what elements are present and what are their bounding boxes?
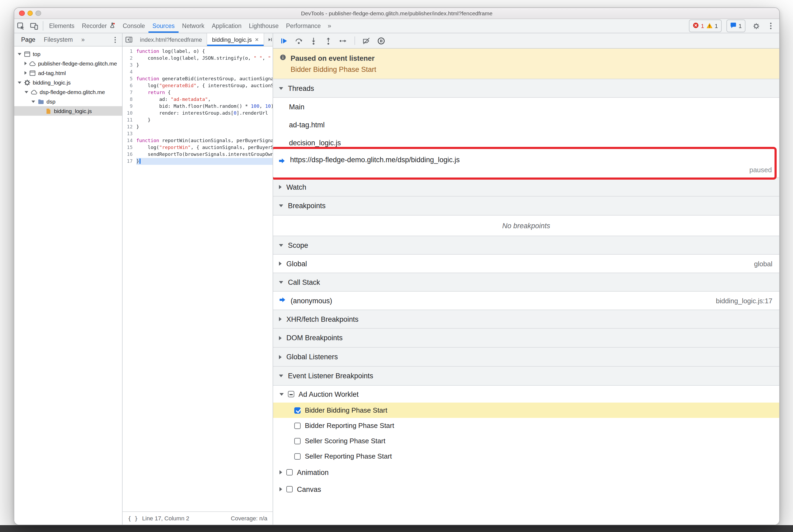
info-icon	[280, 54, 286, 62]
script-file-icon	[45, 108, 52, 114]
elb-item-bidder-bidding[interactable]: Bidder Bidding Phase Start	[273, 403, 779, 418]
navigator-pane: Page Filesystem » top	[14, 33, 122, 525]
step-into-icon[interactable]	[309, 37, 318, 45]
tab-bidding-logic-js[interactable]: bidding_logic.js ×	[207, 33, 264, 46]
chevron-right-icon	[279, 336, 282, 340]
section-header-global-listeners[interactable]: Global Listeners	[273, 348, 779, 367]
chevron-right-icon[interactable]	[24, 61, 27, 65]
tab-network[interactable]: Network	[178, 19, 208, 33]
chevron-right-icon[interactable]	[280, 470, 282, 474]
tree-item-top[interactable]: top	[14, 49, 122, 59]
section-header-dom-breakpoints[interactable]: DOM Breakpoints	[273, 329, 779, 348]
unchecked-checkbox[interactable]	[294, 438, 301, 444]
tab-page[interactable]: Page	[17, 36, 39, 43]
overflow-tabs-icon[interactable]: »	[324, 19, 334, 33]
thread-main[interactable]: Main	[273, 98, 779, 116]
navigator-menu-icon[interactable]	[112, 36, 119, 43]
tab-elements[interactable]: Elements	[45, 19, 78, 33]
pretty-print-icon[interactable]: { }	[128, 515, 138, 521]
tab-index-html[interactable]: index.html?fencedframe	[135, 33, 207, 46]
indeterminate-checkbox[interactable]	[288, 391, 294, 397]
scope-global-row[interactable]: Global global	[273, 255, 779, 272]
step-over-icon[interactable]	[295, 37, 303, 45]
editor-status-bar: { } Line 17, Column 2 Coverage: n/a	[122, 511, 272, 525]
scope-global-value: global	[754, 260, 772, 268]
issues-badge[interactable]: 1	[726, 20, 745, 32]
code-editor[interactable]: 1function log(label, o) {2 console.log(l…	[122, 46, 272, 511]
chevron-down-icon[interactable]	[32, 100, 35, 103]
tab-application[interactable]: Application	[208, 19, 245, 33]
tab-performance[interactable]: Performance	[282, 19, 325, 33]
section-header-breakpoints[interactable]: Breakpoints	[273, 196, 779, 215]
zoom-window-button[interactable]	[35, 11, 41, 16]
elb-group-ad-auction-worklet[interactable]: Ad Auction Worklet	[273, 386, 779, 403]
chevron-right-icon	[279, 317, 282, 321]
tab-console[interactable]: Console	[119, 19, 149, 33]
settings-gear-icon[interactable]	[750, 22, 762, 29]
chevron-down-icon[interactable]	[18, 81, 21, 84]
minimize-window-button[interactable]	[27, 11, 33, 16]
warning-count: 1	[715, 23, 718, 29]
background-strip	[0, 525, 793, 532]
elb-item-seller-reporting[interactable]: Seller Reporting Phase Start	[273, 449, 779, 464]
chevron-down-icon[interactable]	[24, 91, 28, 93]
execution-arrow-icon	[279, 157, 285, 166]
more-nav-tabs-icon[interactable]: »	[78, 36, 89, 43]
section-header-threads[interactable]: Threads	[273, 79, 779, 98]
inspect-icon[interactable]	[14, 19, 27, 33]
step-out-icon[interactable]	[324, 37, 332, 45]
tab-lighthouse[interactable]: Lighthouse	[245, 19, 282, 33]
error-icon	[692, 21, 699, 31]
editor-tabbar: index.html?fencedframe bidding_logic.js …	[122, 33, 272, 46]
elb-item-bidder-reporting[interactable]: Bidder Reporting Phase Start	[273, 418, 779, 433]
elb-group-canvas[interactable]: Canvas	[273, 481, 779, 498]
unchecked-checkbox[interactable]	[286, 469, 293, 475]
section-header-scope[interactable]: Scope	[273, 235, 779, 255]
tree-item-dsp-folder[interactable]: dsp	[14, 97, 122, 106]
thread-current[interactable]: https://dsp-fledge-demo.glitch.me/dsp/bi…	[273, 152, 779, 177]
errors-warnings-badge[interactable]: 1 1	[689, 20, 722, 32]
unchecked-checkbox[interactable]	[294, 422, 301, 429]
chevron-right-icon[interactable]	[24, 71, 27, 75]
chevron-right-icon[interactable]	[279, 262, 282, 266]
issue-count: 1	[739, 23, 742, 29]
section-header-call-stack[interactable]: Call Stack	[273, 272, 779, 292]
tree-item-worklet[interactable]: bidding_logic.js	[14, 78, 122, 87]
deactivate-breakpoints-icon[interactable]	[362, 37, 370, 45]
toggle-navigator-icon[interactable]	[122, 33, 135, 46]
tree-item-ad-tag[interactable]: ad-tag.html	[14, 68, 122, 78]
tab-sources[interactable]: Sources	[149, 19, 178, 33]
file-tree: top publisher-fledge-demo.glitch.me ad-t…	[14, 46, 122, 525]
cloud-icon	[31, 89, 38, 95]
paused-banner: Paused on event listener Bidder Bidding …	[273, 49, 779, 79]
step-icon[interactable]	[339, 37, 347, 45]
chevron-right-icon[interactable]	[280, 487, 282, 491]
call-stack-frame[interactable]: (anonymous) bidding_logic.js:17	[273, 292, 779, 309]
more-menu-icon[interactable]	[767, 22, 775, 30]
elb-item-seller-scoring[interactable]: Seller Scoring Phase Start	[273, 433, 779, 449]
section-header-xhr-breakpoints[interactable]: XHR/fetch Breakpoints	[273, 309, 779, 329]
close-window-button[interactable]	[19, 11, 24, 16]
tree-item-bidding-logic[interactable]: bidding_logic.js	[14, 106, 122, 116]
tree-item-dsp-origin[interactable]: dsp-fledge-demo.glitch.me	[14, 87, 122, 97]
tab-filesystem[interactable]: Filesystem	[40, 36, 77, 43]
checked-checkbox[interactable]	[294, 407, 301, 413]
close-tab-icon[interactable]: ×	[255, 36, 259, 43]
section-header-watch[interactable]: Watch	[273, 177, 779, 196]
unchecked-checkbox[interactable]	[286, 486, 293, 492]
warning-icon	[706, 21, 713, 31]
thread-ad-tag[interactable]: ad-tag.html	[273, 116, 779, 134]
pause-on-exceptions-icon[interactable]	[377, 37, 385, 45]
unchecked-checkbox[interactable]	[294, 453, 301, 459]
thread-decision-logic[interactable]: decision_logic.js	[273, 134, 779, 152]
elb-group-animation[interactable]: Animation	[273, 464, 779, 481]
device-toolbar-icon[interactable]	[27, 19, 41, 33]
tab-recorder[interactable]: Recorder	[78, 19, 119, 33]
chevron-right-icon	[279, 355, 282, 359]
resume-icon[interactable]	[280, 37, 288, 45]
chevron-down-icon	[279, 375, 283, 377]
section-header-event-listener-breakpoints[interactable]: Event Listener Breakpoints	[273, 367, 779, 386]
tree-item-publisher-origin[interactable]: publisher-fledge-demo.glitch.me	[14, 59, 122, 68]
chevron-down-icon[interactable]	[18, 53, 21, 55]
chevron-down-icon[interactable]	[280, 393, 284, 395]
